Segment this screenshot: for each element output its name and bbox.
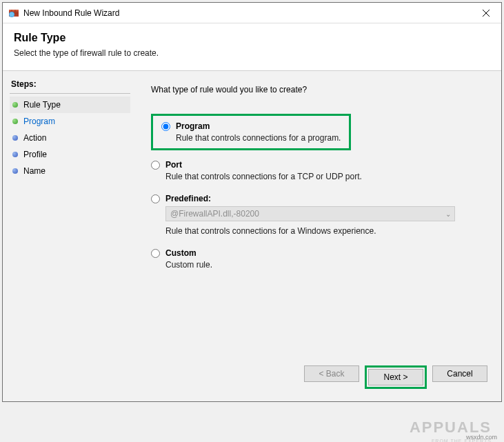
predefined-dropdown[interactable]: @FirewallAPI.dll,-80200 [165,206,455,221]
step-label: Action [23,133,46,143]
step-label: Name [23,166,46,176]
option-port: Port Rule that controls connections for … [151,160,487,181]
close-icon [483,10,490,17]
header-area: Rule Type Select the type of firewall ru… [3,23,501,70]
option-custom: Custom Custom rule. [151,248,487,270]
radio-port-row: Port [151,160,487,170]
steps-heading: Steps: [10,77,130,94]
svg-rect-1 [9,10,19,12]
steps-sidebar: Steps: Rule Type Program Action Profile … [3,71,137,401]
highlight-next: Next > [365,365,427,389]
step-label: Program [23,117,55,126]
step-label: Rule Type [23,100,61,110]
radio-custom-label: Custom [165,248,196,258]
svg-point-7 [10,12,14,16]
radio-custom[interactable] [151,249,160,258]
radio-program-desc: Rule that controls connections for a pro… [176,133,341,143]
radio-predefined-label: Predefined: [165,194,211,203]
radio-custom-row: Custom [151,248,487,258]
page-title: Rule Type [14,32,490,44]
cancel-button[interactable]: Cancel [432,365,487,382]
bullet-icon [12,102,18,108]
radio-port[interactable] [151,161,160,170]
firewall-icon [8,8,19,19]
wizard-window: New Inbound Rule Wizard Rule Type Select… [2,2,502,402]
step-rule-type[interactable]: Rule Type [10,97,130,113]
radio-predefined-desc: Rule that controls connections for a Win… [165,226,487,236]
content-question: What type of rule would you like to crea… [151,85,487,94]
page-subtitle: Select the type of firewall rule to crea… [14,48,490,58]
next-button[interactable]: Next > [368,369,423,385]
bullet-icon [12,119,18,124]
radio-program-row: Program [161,121,341,131]
content-area: What type of rule would you like to crea… [137,71,501,401]
predefined-dropdown-wrap: @FirewallAPI.dll,-80200 ⌄ [151,203,455,224]
bullet-icon [12,135,18,141]
back-button[interactable]: < Back [304,365,359,382]
window-title: New Inbound Rule Wizard [23,8,470,18]
radio-port-desc: Rule that controls connections for a TCP… [165,172,487,181]
step-name[interactable]: Name [10,163,130,179]
step-action[interactable]: Action [10,130,130,146]
close-button[interactable] [470,3,501,23]
step-program[interactable]: Program [10,113,130,130]
radio-port-label: Port [165,160,182,170]
watermark-site: wsxdn.com [466,434,497,441]
bullet-icon [12,168,18,174]
step-label: Profile [23,150,47,159]
titlebar: New Inbound Rule Wizard [3,3,501,23]
radio-program[interactable] [161,122,170,131]
option-predefined: Predefined: @FirewallAPI.dll,-80200 ⌄ Ru… [151,194,487,236]
radio-predefined[interactable] [151,194,160,203]
bullet-icon [12,152,18,157]
rule-type-radio-group: Program Rule that controls connections f… [151,114,487,270]
button-bar: < Back Next > Cancel [304,365,487,389]
body-area: Steps: Rule Type Program Action Profile … [3,70,501,401]
step-profile[interactable]: Profile [10,146,130,163]
radio-predefined-row: Predefined: [151,194,487,203]
radio-program-label: Program [176,121,210,131]
radio-custom-desc: Custom rule. [165,260,487,270]
highlight-program: Program Rule that controls connections f… [151,114,351,150]
